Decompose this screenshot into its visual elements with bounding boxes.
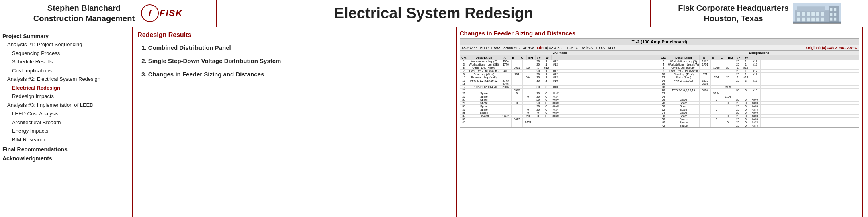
middle-panel: Redesign Results 1. Combined Distributio… (133, 27, 457, 217)
cell: 224 (711, 76, 722, 79)
sidebar-item-architectural-breadth[interactable]: Architectural Breadth (2, 118, 129, 127)
cell: #### (550, 95, 561, 98)
cell: 0 (742, 102, 749, 104)
col-header-right-a: A (700, 55, 708, 60)
cell (500, 95, 512, 98)
table-row: 33Spare0200####32Spare0200#### (460, 108, 859, 111)
cell: #12 (749, 60, 761, 63)
cell: 13 (460, 79, 468, 82)
conduit-value: 1.25" C (567, 46, 579, 50)
cell: #### (550, 105, 561, 108)
cell (500, 98, 512, 101)
cell: #12 (543, 66, 550, 69)
cell (543, 89, 550, 92)
cell: #17 (749, 70, 761, 72)
cell: #### (749, 102, 761, 104)
cell (534, 82, 543, 85)
cell (700, 76, 711, 79)
cell (700, 105, 711, 108)
cell (749, 76, 761, 79)
sidebar-item-analysis2[interactable]: Analysis #2: Electrical System Redesign (2, 75, 129, 84)
cell (523, 92, 534, 95)
svg-rect-20 (830, 18, 832, 21)
cell: 30 (534, 86, 543, 88)
cell: 2 (659, 60, 667, 63)
sidebar-item-schedule-results[interactable]: Schedule Results (2, 57, 129, 66)
cell: 3 (543, 86, 550, 88)
table-row: 35Space000####34Spare200#### (460, 111, 859, 115)
cell (749, 82, 761, 85)
company-name: Stephen Blanchard Construction Managemen… (33, 3, 135, 24)
cell (700, 95, 711, 98)
cell: 30 (534, 79, 543, 82)
cell: #### (550, 111, 561, 114)
col-header-left-description: Description (468, 55, 500, 60)
cell (534, 89, 543, 92)
cell: #### (550, 98, 561, 101)
sidebar-item-bim-research[interactable]: BIM Research (2, 135, 129, 144)
cell (722, 79, 733, 82)
sidebar-item-energy-impacts[interactable]: Energy Impacts (2, 127, 129, 135)
cell: #10 (550, 86, 561, 88)
cell: 9 (460, 73, 468, 76)
cell: Workstation - Lrg. (N) (667, 60, 700, 63)
cell (711, 124, 722, 127)
cell: #12 (749, 79, 761, 82)
sidebar-item-analysis3[interactable]: Analysis #3: Implementation of LEED (2, 101, 129, 110)
table-row: 41942240Space0200#### (460, 121, 859, 124)
sidebar-item-redesign-impacts[interactable]: Redesign Impacts (2, 92, 129, 101)
cell (468, 82, 500, 85)
redesign-item-label-item3: 3. Changes in Feeder Sizing and Distance… (137, 70, 451, 78)
cell (523, 73, 534, 76)
cell: Office, Lrg. (South) (667, 66, 700, 69)
cell (460, 124, 468, 127)
cell: 1934 (500, 60, 512, 63)
cell (711, 82, 722, 85)
cell: 5154 (722, 95, 733, 98)
cell: 27 (460, 98, 468, 101)
cell (742, 86, 749, 88)
client-info: Fisk Corporate Headquarters Houston, Tex… (678, 3, 789, 24)
cell: 0 (543, 115, 550, 117)
cell: 0 (711, 118, 722, 121)
cell: 20 (523, 66, 534, 69)
cell: FPD 2-7,8,9,10,19 (667, 89, 700, 92)
svg-rect-9 (821, 12, 824, 16)
sidebar-item-leed-cost-analysis[interactable]: LEED Cost Analysis (2, 109, 129, 118)
cell: 37 (460, 115, 468, 117)
sidebar-item-analysis1[interactable]: Analysis #1: Project Sequencing (2, 40, 129, 49)
svg-rect-15 (821, 18, 824, 22)
cell: 0 (742, 111, 749, 114)
sidebar-item-sequencing-process[interactable]: Sequencing Process (2, 49, 129, 58)
cell: Spare (667, 105, 700, 108)
cell (523, 70, 534, 72)
cell: 0 (534, 111, 543, 114)
cell (749, 92, 761, 95)
cell (711, 115, 722, 117)
cell: #17 (550, 70, 561, 72)
cell (700, 102, 711, 104)
cell: 1 (543, 63, 550, 66)
company-name-line2: Construction Management (33, 14, 135, 23)
sidebar-item-electrical-redesign[interactable]: Electrical Redesign (2, 84, 129, 92)
sidebar: Project SummaryAnalysis #1: Project Sequ… (0, 27, 133, 217)
cell: #### (749, 121, 761, 124)
table-row: 25Spare0200####245154 (460, 95, 859, 98)
cell: 704 (512, 73, 523, 76)
col-header-row: CktDescriptionABCBkr#PWCktDescriptionABC… (460, 55, 859, 60)
cell: 1 (742, 63, 749, 66)
cell (512, 95, 523, 98)
cell: 2091 (512, 66, 523, 69)
cell: FPR 2, 1,2,5,15,16,12 (468, 79, 500, 82)
cell: 20 (733, 105, 742, 108)
cell (543, 121, 550, 124)
cell (700, 66, 711, 69)
cell: 3935 (700, 79, 711, 82)
cell (543, 82, 550, 85)
cell (500, 124, 512, 127)
middle-title: Redesign Results (137, 31, 451, 39)
cell (512, 79, 523, 82)
fisk-logo-f-icon: f (141, 4, 159, 22)
sidebar-item-cost-implications[interactable]: Cost Implications (2, 66, 129, 75)
cell (512, 115, 523, 117)
